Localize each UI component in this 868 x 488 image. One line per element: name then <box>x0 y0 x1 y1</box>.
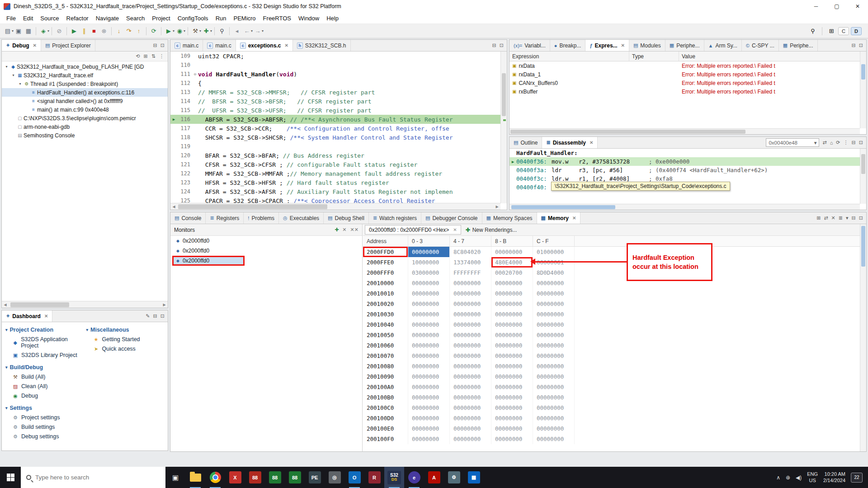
memory-value-cell[interactable]: 03000000 <box>408 267 450 278</box>
memory-address-cell[interactable]: 20010050 <box>363 330 408 340</box>
last-edit-icon[interactable]: ◂ <box>232 26 241 36</box>
disasm-tab-outline[interactable]: ▤Outline <box>509 137 542 148</box>
close-icon[interactable]: ✕ <box>572 216 576 221</box>
minimize-icon[interactable]: ⊟ <box>852 42 856 48</box>
memory-value-cell[interactable]: 00000000 <box>533 340 575 351</box>
memory-address-cell[interactable]: 20010010 <box>363 288 408 299</box>
memory-value-cell[interactable]: 00000000 <box>450 434 491 444</box>
memory-monitor-item[interactable]: ◆0x2000ffd0 <box>172 246 245 256</box>
new-icon[interactable]: ▤ <box>3 26 12 36</box>
scroll-thumb[interactable] <box>10 302 69 307</box>
memory-value-cell[interactable]: FFFFFFFF <box>450 267 491 278</box>
step-return-icon[interactable]: ↑ <box>134 26 143 36</box>
view-menu-icon[interactable]: ⋮ <box>159 53 164 59</box>
taskbar-app-pemicro[interactable]: PE <box>305 467 325 488</box>
menu-project[interactable]: Project <box>148 13 174 23</box>
expanded-arrow-icon[interactable]: ▾ <box>4 65 9 69</box>
debug-perspective[interactable]: D <box>851 27 862 35</box>
code-editor[interactable]: 109uint32 CPACR;110111⊖void HardFault_Ha… <box>170 52 500 203</box>
taskbar-app-app-88-red[interactable]: 88 <box>245 467 265 488</box>
tree-item-signal-handler-called-at-0xfffffff9[interactable]: ≡<signal handler called>() at 0xfffffff9 <box>2 97 168 105</box>
expression-row-rxbuffer[interactable]: ▣rxBufferError: Multiple errors reported… <box>509 87 866 96</box>
memory-value-cell[interactable]: 00000000 <box>491 340 533 351</box>
code-line-119[interactable]: 119 <box>170 142 500 151</box>
layout-icon[interactable]: ≣ <box>839 215 843 221</box>
scroll-right-icon[interactable]: ▶ <box>161 303 168 307</box>
memory-value-cell[interactable]: 00000000 <box>533 403 575 413</box>
memory-value-cell[interactable]: 00000000 <box>408 288 450 299</box>
memory-value-cell[interactable]: 00000000 <box>408 319 450 330</box>
memory-value-cell[interactable]: 00000000 <box>408 330 450 340</box>
column-header-address[interactable]: Address <box>363 236 408 246</box>
resume-icon[interactable]: ▶ <box>70 26 79 36</box>
taskbar-app-chrome[interactable] <box>205 467 225 488</box>
menu-navigate[interactable]: Navigate <box>92 13 123 23</box>
dashboard-link-debug[interactable]: ◉Debug <box>12 393 84 399</box>
disassembly-address-combo[interactable]: 0x00400e48▾ <box>766 138 819 147</box>
menu-pemicro[interactable]: PEMicro <box>230 13 259 23</box>
taskbar-app-s32-design-studio[interactable]: S32DS <box>384 467 404 488</box>
tab-dashboard[interactable]: ✦ Dashboard ✕ <box>2 310 52 322</box>
column-header-type[interactable]: Type <box>629 52 679 61</box>
memory-value-cell[interactable]: 00000000 <box>408 247 450 257</box>
scroll-thumb[interactable] <box>511 205 615 209</box>
code-text[interactable]: BFAR = S32_SCB->BFAR; // Bus Address reg… <box>198 152 500 159</box>
memory-value-cell[interactable]: 00000000 <box>450 361 491 371</box>
maximize-icon[interactable]: ⊡ <box>160 42 165 48</box>
run-icon[interactable]: ▶ <box>164 26 173 36</box>
code-text[interactable]: SHCSR = S32_SCB->SHCSR; /**< System Hand… <box>198 134 500 141</box>
memory-value-cell[interactable]: 00000000 <box>533 319 575 330</box>
memory-value-cell[interactable]: 00000000 <box>408 309 450 319</box>
memory-value-cell[interactable]: 00000000 <box>450 319 491 330</box>
memory-value-cell[interactable]: 480E4000 <box>491 257 533 267</box>
code-text[interactable]: AFSR = S32_SCB->AFSR ; // Auxiliary Faul… <box>198 188 500 195</box>
expanded-arrow-icon[interactable]: ▾ <box>17 82 23 86</box>
scroll-right-icon[interactable]: ▶ <box>494 205 500 209</box>
memory-value-cell[interactable]: 00000000 <box>491 278 533 288</box>
expr-tab-modules[interactable]: ▤Modules <box>629 40 665 51</box>
memory-value-cell[interactable]: 00000000 <box>408 434 450 444</box>
bottom-tab-debug-shell[interactable]: ▤Debug Shell <box>324 212 369 224</box>
memory-value-cell[interactable]: 00000000 <box>408 423 450 434</box>
memory-value-cell[interactable]: 00000000 <box>450 299 491 309</box>
expression-row-canrx-buffers0[interactable]: ▣CANrx_Buffers0Error: Multiple errors re… <box>509 79 866 87</box>
minimize-button[interactable]: ─ <box>806 0 826 13</box>
tree-item-s32k312-hardfault-trace-elf[interactable]: ▾▦S32K312_Hardfault_trace.elf <box>2 71 168 80</box>
memory-address-cell[interactable]: 2000FFE0 <box>363 257 408 267</box>
menu-freertos[interactable]: FreeRTOS <box>259 13 295 23</box>
dashboard-link-debug-settings[interactable]: ⚙Debug settings <box>12 433 84 440</box>
tree-item-main-at-main-c-99-0x400e48[interactable]: ≡main() at main.c:99 0x400e48 <box>2 105 168 114</box>
scroll-track[interactable] <box>9 301 161 308</box>
language-indicator[interactable]: ENG US <box>807 471 818 484</box>
disassembly-view[interactable]: HardFault_Handler:▶00400f36:mov.w r2, #3… <box>509 149 860 204</box>
clock[interactable]: 10:20 AM 2/14/2024 <box>823 471 845 484</box>
scroll-left-icon[interactable]: ◀ <box>2 303 9 307</box>
dashboard-section-header[interactable]: ▾Settings <box>5 405 84 411</box>
toolbar-search-icon[interactable]: ⚲ <box>808 26 817 36</box>
close-icon[interactable]: ✕ <box>33 43 37 48</box>
bottom-tab-console[interactable]: ▤Console <box>170 212 206 224</box>
tree-item-c-nxp-s32ds-3-5-eclipse-plugins-com-pemi[interactable]: ▢C:\NXP\S32DS.3.5\eclipse\plugins\com.pe… <box>2 114 168 122</box>
close-icon[interactable]: ✕ <box>453 227 457 232</box>
tree-item-semihosting-console[interactable]: ▤Semihosting Console <box>2 131 168 140</box>
memory-value-cell[interactable]: 00000000 <box>491 288 533 299</box>
dashboard-section-header[interactable]: ▾Project Creation <box>5 327 84 333</box>
menu-edit[interactable]: Edit <box>19 13 37 23</box>
close-button[interactable]: ✕ <box>847 0 868 13</box>
volume-icon[interactable]: ◀) <box>796 474 802 481</box>
memory-monitor-item[interactable]: ◆0x2000ffd0 <box>172 256 245 266</box>
editor-tab-s32k312-scb-h[interactable]: hS32K312_SCB.h <box>293 40 351 51</box>
debug-horizontal-scrollbar[interactable]: ◀ ▶ <box>2 301 168 308</box>
taskbar-app-app-88-green-2[interactable]: 88 <box>285 467 305 488</box>
memory-address-cell[interactable]: 20010000 <box>363 278 408 288</box>
taskbar-app-app-tool[interactable]: ⚙ <box>444 467 464 488</box>
expr-tab-expres[interactable]: ƒExpres...✕ <box>585 40 629 51</box>
tree-item-arm-none-eabi-gdb[interactable]: ▢arm-none-eabi-gdb <box>2 122 168 131</box>
memory-value-cell[interactable]: 00000000 <box>491 361 533 371</box>
memory-address-cell[interactable]: 200100E0 <box>363 423 408 434</box>
code-line-121[interactable]: 121 CFSR = S32_SCB->CFSR ; // configurab… <box>170 160 500 169</box>
column-header-0-3[interactable]: 0 - 3 <box>408 236 450 246</box>
code-text[interactable]: uint32 CPACR; <box>198 53 500 60</box>
column-header-value[interactable]: Value <box>679 52 866 61</box>
tray-expand-icon[interactable]: ∧ <box>776 474 780 481</box>
